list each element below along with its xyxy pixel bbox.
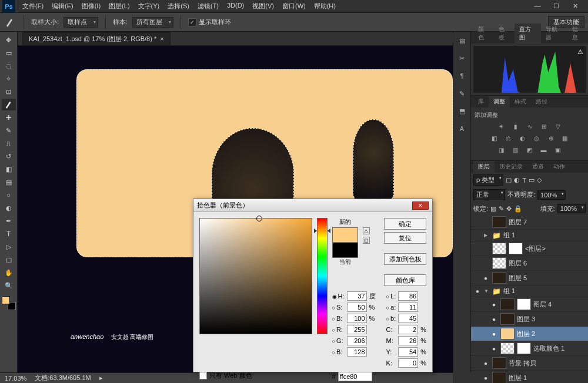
layer-row[interactable]: ●选取颜色 1 <box>471 341 588 356</box>
adj-photo-filter-icon[interactable]: ◎ <box>532 133 542 143</box>
layer-thumbnail[interactable] <box>492 216 506 228</box>
mask-thumbnail[interactable] <box>517 298 531 310</box>
lab-b-field[interactable] <box>398 314 418 323</box>
tab-layers[interactable]: 图层 <box>473 161 495 173</box>
dock-icon[interactable]: ⬒ <box>457 106 467 116</box>
document-tab[interactable]: KAI_2534zt_1.psd @ 17% (图层 2, RGB/8) * × <box>22 32 171 45</box>
menu-type[interactable]: 文字(Y) <box>135 1 163 12</box>
type-tool[interactable]: T <box>2 228 16 240</box>
status-arrow-icon[interactable]: ▸ <box>99 374 103 382</box>
close-button[interactable]: ✕ <box>568 2 582 10</box>
filter-type-icon[interactable]: T <box>522 177 526 184</box>
twist-icon[interactable]: ▶ <box>484 233 490 238</box>
color-picker-close-button[interactable]: ✕ <box>412 201 429 210</box>
menu-help[interactable]: 帮助(H) <box>310 1 339 12</box>
clone-stamp-tool[interactable]: ⎍ <box>2 137 16 149</box>
brush-tool[interactable]: ✎ <box>2 125 16 136</box>
adj-channel-mixer-icon[interactable]: ⊕ <box>546 133 556 143</box>
filter-adjust-icon[interactable]: ◐ <box>514 176 520 184</box>
menu-edit[interactable]: 编辑(E) <box>48 1 77 12</box>
show-sampling-ring-checkbox[interactable]: 显示取样环 <box>188 18 231 26</box>
lab-b-radio[interactable]: b: <box>386 315 396 322</box>
adj-posterize-icon[interactable]: ▥ <box>510 145 521 154</box>
shape-tool[interactable]: ▢ <box>2 254 16 266</box>
layer-thumbnail[interactable] <box>500 328 514 340</box>
tab-actions[interactable]: 动作 <box>549 161 570 173</box>
r-field[interactable] <box>347 325 367 334</box>
adj-balance-icon[interactable]: ⚖ <box>503 133 514 143</box>
magic-wand-tool[interactable]: ✧ <box>2 73 16 85</box>
sample-size-dropdown[interactable]: 取样点 <box>64 17 98 28</box>
tab-navigator[interactable]: 导航器 <box>541 23 567 43</box>
color-swatches[interactable] <box>2 296 16 310</box>
add-swatch-button[interactable]: 添加到色板 <box>384 253 426 265</box>
marquee-tool[interactable]: ▭ <box>2 47 16 59</box>
layer-name[interactable]: 图层 6 <box>509 259 527 268</box>
adj-exposure-icon[interactable]: ⊞ <box>539 122 549 131</box>
menu-window[interactable]: 窗口(W) <box>279 1 309 12</box>
tab-libraries[interactable]: 库 <box>473 96 489 107</box>
b2-field[interactable] <box>347 347 367 357</box>
layer-name[interactable]: 图层 2 <box>517 330 535 338</box>
mask-thumbnail[interactable] <box>517 342 531 354</box>
l-radio[interactable]: L: <box>386 293 396 300</box>
tab-color[interactable]: 颜色 <box>473 23 494 43</box>
layer-name[interactable]: <图层> <box>525 244 546 253</box>
pen-tool[interactable]: ✒ <box>2 215 16 227</box>
filter-shape-icon[interactable]: ▭ <box>529 176 534 184</box>
layer-name[interactable]: 组 1 <box>503 287 515 295</box>
color-picker-titlebar[interactable]: 拾色器（前景色） ✕ <box>193 199 432 212</box>
layer-name[interactable]: 图层 4 <box>533 300 552 309</box>
websafe-icon[interactable]: ◱ <box>363 237 370 244</box>
ok-button[interactable]: 确定 <box>384 218 426 230</box>
hex-field[interactable] <box>338 372 372 381</box>
menu-file[interactable]: 文件(F) <box>19 1 47 12</box>
hand-tool[interactable]: ✋ <box>2 267 16 278</box>
blend-mode-dropdown[interactable]: 正常 <box>473 189 505 200</box>
adj-gradient-map-icon[interactable]: ▬ <box>539 145 549 154</box>
dock-icon[interactable]: ▤ <box>457 35 467 46</box>
adj-threshold-icon[interactable]: ◩ <box>524 145 535 154</box>
layer-thumbnail[interactable] <box>500 313 514 325</box>
close-tab-icon[interactable]: × <box>160 35 163 42</box>
layer-row[interactable]: ●图层 4 <box>471 297 588 312</box>
visibility-toggle[interactable]: ● <box>482 375 490 381</box>
gradient-tool[interactable]: ▤ <box>2 176 16 188</box>
layer-filter-kind[interactable]: ρ 类型 <box>473 174 503 186</box>
k-field[interactable] <box>398 358 418 368</box>
layer-thumbnail[interactable] <box>492 272 506 284</box>
dock-icon[interactable]: ✂ <box>457 53 467 63</box>
mask-thumbnail[interactable] <box>509 243 523 254</box>
layer-row[interactable]: <图层> <box>471 241 588 256</box>
zoom-level[interactable]: 17.03% <box>5 375 26 382</box>
gamut-warning-icon[interactable]: ⚠ <box>363 227 370 234</box>
adj-brightness-icon[interactable]: ☀ <box>496 122 507 131</box>
l-field[interactable] <box>398 291 418 301</box>
eyedropper-tool[interactable] <box>2 99 16 110</box>
lasso-tool[interactable]: ◌ <box>2 60 16 72</box>
visibility-toggle[interactable]: ● <box>473 288 482 294</box>
twist-icon[interactable]: ▼ <box>484 288 490 294</box>
b-radio[interactable]: B: <box>332 315 345 322</box>
menu-layer[interactable]: 图层(L) <box>105 1 133 12</box>
c-field[interactable] <box>398 325 418 334</box>
lock-all-icon[interactable]: 🔒 <box>514 205 522 213</box>
menu-view[interactable]: 视图(V) <box>249 1 278 12</box>
cancel-button[interactable]: 复位 <box>384 232 426 244</box>
m-field[interactable] <box>398 336 418 345</box>
tab-info[interactable]: 信息 <box>567 23 588 43</box>
lock-position-icon[interactable]: ✥ <box>506 205 512 213</box>
adj-selective-color-icon[interactable]: ▣ <box>553 145 563 154</box>
eraser-tool[interactable]: ◧ <box>2 163 16 175</box>
g-radio[interactable]: G: <box>332 337 345 344</box>
sample-dropdown[interactable]: 所有图层 <box>132 17 173 28</box>
fill-field[interactable]: 100% <box>557 204 586 213</box>
hue-slider[interactable] <box>317 218 328 334</box>
visibility-toggle[interactable]: ● <box>482 360 490 367</box>
layer-thumbnail[interactable] <box>492 357 506 369</box>
layer-list[interactable]: 图层 7▶组 1<图层>图层 6●图层 5●▼组 1●图层 4●图层 3●图层 … <box>471 215 588 383</box>
bv-field[interactable] <box>347 314 367 323</box>
layer-row[interactable]: ▶组 1 <box>471 230 588 241</box>
color-libraries-button[interactable]: 颜色库 <box>384 274 426 286</box>
healing-brush-tool[interactable]: ✚ <box>2 112 16 123</box>
